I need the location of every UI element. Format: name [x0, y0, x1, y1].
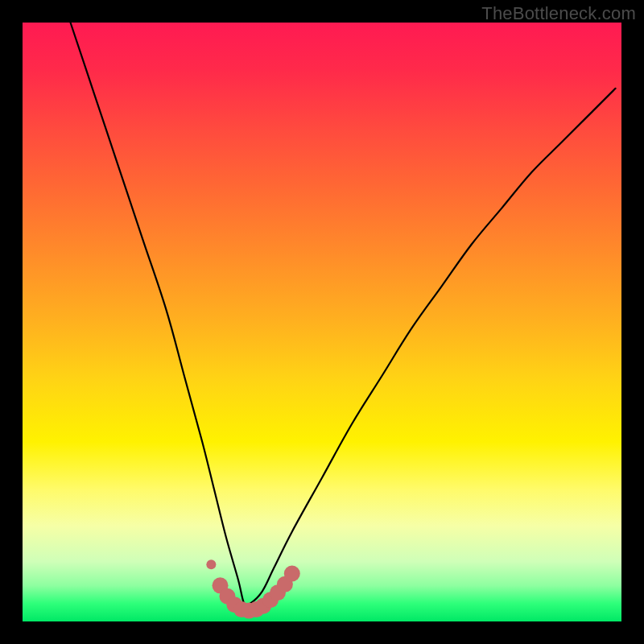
watermark-text: TheBottleneck.com [481, 3, 636, 24]
bottleneck-curve-svg [23, 23, 621, 621]
v-curve [71, 23, 616, 606]
detached-marker-dot [206, 559, 216, 569]
trough-marker-group [213, 565, 300, 618]
trough-marker-dot [284, 565, 300, 581]
chart-plot-area [23, 23, 621, 621]
